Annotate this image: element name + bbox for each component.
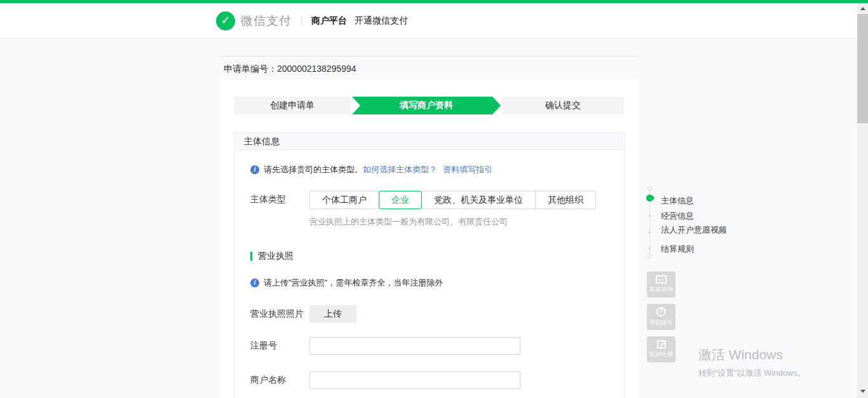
application-number-label: 申请单编号：: [224, 64, 277, 74]
license-notice: 请上传"营业执照"，需年检章齐全，当年注册除外: [250, 277, 609, 289]
registration-number-row: 注册号: [250, 337, 609, 355]
floating-toolbar: 客服咨询 帮助指引 投诉吐槽: [647, 271, 675, 362]
wizard-step-fill-info: 填写商户资料: [352, 97, 501, 114]
step-wizard: 创建申请单 填写商户资料 确认提交: [234, 97, 625, 114]
active-section-marker-icon: [645, 193, 655, 203]
page-anchor-nav: 主体信息 经营信息 法人开户意愿视频 结算规则: [646, 186, 735, 263]
header-divider: [301, 16, 302, 26]
type-option-enterprise[interactable]: 企业: [379, 191, 422, 209]
customer-service-button[interactable]: 客服咨询: [647, 271, 675, 298]
top-accent-bar: [0, 0, 868, 3]
main-form-card: 创建申请单 填写商户资料 确认提交 主体信息 请先选择贵司的主体类型。 如何选择…: [219, 79, 640, 398]
anchor-item-legal-person-video[interactable]: 法人开户意愿视频: [661, 225, 731, 235]
chat-icon: [656, 275, 667, 284]
notice-text: 请先选择贵司的主体类型。: [264, 164, 363, 175]
windows-activation-watermark: 激活 Windows 转到“设置”以激活 Windows。: [698, 346, 806, 379]
green-bar-icon: [250, 252, 252, 261]
subject-type-hint: 营业执照上的主体类型一般为有限公司、有限责任公司: [309, 216, 609, 228]
float-button-label: 客服咨询: [649, 285, 674, 294]
triangle-down-icon: [860, 390, 865, 393]
scrollbar-thumb[interactable]: [857, 14, 868, 123]
link-how-to-choose[interactable]: 如何选择主体类型？: [363, 164, 437, 175]
section-body: 请先选择贵司的主体类型。 如何选择主体类型？ 资料填写指引 主体类型 个体工商户…: [234, 150, 625, 398]
merchant-name-row: 商户名称: [250, 371, 609, 389]
nav-merchant-platform[interactable]: 商户平台: [311, 15, 347, 27]
license-photo-row: 营业执照照片 上传: [250, 305, 609, 323]
anchor-item-subject-info[interactable]: 主体信息: [661, 196, 731, 205]
watermark-line2: 转到“设置”以激活 Windows。: [698, 367, 806, 379]
watermark-line1: 激活 Windows: [698, 346, 806, 364]
application-number-value: 2000002138295994: [277, 64, 356, 74]
nav-dot-icon: [649, 247, 651, 249]
anchor-item-business-info[interactable]: 经营信息: [661, 211, 731, 221]
subject-type-label: 主体类型: [250, 191, 309, 205]
license-notice-text: 请上传"营业执照"，需年检章齐全，当年注册除外: [264, 277, 443, 289]
scroll-up-button[interactable]: [857, 3, 868, 14]
float-button-label: 帮助指引: [649, 319, 674, 327]
wizard-step-confirm: 确认提交: [502, 97, 624, 114]
license-photo-label: 营业执照照片: [250, 305, 309, 320]
license-subsection-title: 营业执照: [250, 250, 609, 262]
subject-type-row: 主体类型 个体工商户 企业 党政、机关及事业单位 其他组织: [250, 191, 609, 209]
merchant-name-input[interactable]: [309, 371, 520, 389]
merchant-name-label: 商户名称: [250, 371, 309, 386]
wechat-pay-logo-icon: [216, 11, 235, 31]
nav-dot-icon: [649, 231, 651, 233]
nav-dot-icon: [649, 215, 651, 217]
edit-icon: [657, 340, 666, 348]
feedback-button[interactable]: 投诉吐槽: [647, 336, 675, 362]
help-guide-button[interactable]: 帮助指引: [647, 304, 675, 330]
subject-type-options: 个体工商户 企业 党政、机关及事业单位 其他组织: [309, 191, 596, 209]
anchor-item-settlement-rules[interactable]: 结算规则: [661, 244, 731, 254]
nav-bottom-circle-icon: [648, 254, 652, 258]
upload-button[interactable]: 上传: [309, 305, 356, 323]
info-icon: [250, 165, 259, 174]
subject-info-section: 主体信息 请先选择贵司的主体类型。 如何选择主体类型？ 资料填写指引 主体类型 …: [234, 132, 625, 398]
meta-divider-line: [219, 56, 640, 57]
registration-number-input[interactable]: [309, 337, 520, 355]
registration-number-label: 注册号: [250, 337, 309, 352]
brand-title: 微信支付: [241, 13, 292, 29]
application-number-line: 申请单编号：2000002138295994: [224, 64, 356, 75]
nav-top-circle-icon: [648, 186, 652, 191]
float-button-label: 投诉吐槽: [649, 350, 674, 359]
license-title-text: 营业执照: [258, 250, 294, 262]
triangle-up-icon: [860, 7, 865, 10]
site-header: 微信支付 商户平台 开通微信支付: [0, 3, 857, 39]
question-icon: [656, 307, 666, 317]
nav-activate-wechat-pay[interactable]: 开通微信支付: [355, 15, 408, 27]
section-title: 主体信息: [234, 133, 625, 150]
vertical-scrollbar[interactable]: [857, 3, 868, 398]
info-icon: [250, 278, 259, 287]
link-fill-guide[interactable]: 资料填写指引: [443, 164, 492, 175]
scroll-down-button[interactable]: [857, 386, 868, 397]
type-option-other[interactable]: 其他组织: [535, 191, 596, 209]
type-option-government[interactable]: 党政、机关及事业单位: [421, 191, 536, 209]
subject-type-notice: 请先选择贵司的主体类型。 如何选择主体类型？ 资料填写指引: [250, 164, 609, 175]
wizard-step-create: 创建申请单: [234, 97, 351, 114]
type-option-individual[interactable]: 个体工商户: [309, 191, 379, 209]
